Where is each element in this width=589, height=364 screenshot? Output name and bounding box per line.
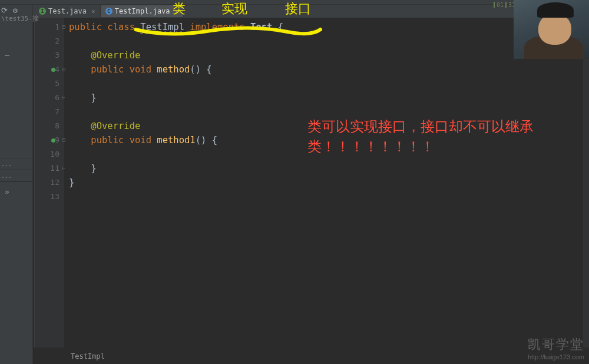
panel-tab-1[interactable]: ... bbox=[0, 158, 33, 170]
interface-icon: I bbox=[39, 8, 46, 15]
tab-label: Test.java bbox=[48, 7, 87, 15]
override-marker-icon[interactable] bbox=[51, 138, 55, 143]
code-line bbox=[69, 147, 589, 161]
code-line bbox=[69, 77, 589, 91]
class-icon: C bbox=[105, 8, 112, 15]
code-line: } bbox=[69, 161, 589, 176]
line-gutter: 1⊟ 2 3 4⊟ 5 6⊢ 7 8 9⊟ 10 11⊢ 12 13 bbox=[35, 18, 64, 348]
tab-test-java[interactable]: I Test.java × bbox=[34, 5, 101, 17]
close-icon[interactable]: × bbox=[175, 8, 179, 15]
code-line bbox=[69, 105, 589, 119]
code-line: @Override bbox=[69, 119, 589, 133]
webcam-overlay bbox=[514, 0, 589, 59]
code-area[interactable]: public class TestImpl implements Test { … bbox=[64, 18, 589, 348]
code-line: } bbox=[69, 91, 589, 105]
code-line: @Override bbox=[69, 48, 589, 62]
refresh-icon[interactable]: ⟳ bbox=[1, 6, 9, 14]
collapse-icon[interactable]: » bbox=[5, 187, 9, 196]
left-gutter-panel: ⟳ ⚙ — ... ... » bbox=[0, 5, 33, 364]
code-line bbox=[69, 34, 589, 48]
code-line: public void method1() { bbox=[69, 133, 589, 147]
override-marker-icon[interactable] bbox=[51, 68, 55, 72]
editor[interactable]: 1⊟ 2 3 4⊟ 5 6⊢ 7 8 9⊟ 10 11⊢ 12 13 publi… bbox=[34, 18, 589, 348]
panel-tab-2[interactable]: ... bbox=[0, 170, 33, 182]
tool-indicator: — bbox=[5, 51, 9, 59]
tab-testimpl-java[interactable]: C TestImpl.java × bbox=[101, 5, 184, 17]
settings-icon[interactable]: ⚙ bbox=[13, 6, 21, 14]
code-line bbox=[69, 190, 589, 204]
scrollbar[interactable] bbox=[583, 18, 589, 348]
tab-label: TestImpl.java bbox=[115, 7, 170, 15]
code-line: public void method() { bbox=[69, 62, 589, 77]
watermark: 凯哥学堂 http://kaige123.com bbox=[528, 336, 584, 360]
structure-breadcrumb[interactable]: TestImpl bbox=[71, 352, 105, 360]
code-line: public class TestImpl implements Test { bbox=[69, 20, 589, 34]
code-line: } bbox=[69, 176, 589, 190]
close-icon[interactable]: × bbox=[91, 8, 95, 15]
project-breadcrumb: \test35-接 bbox=[1, 14, 39, 23]
